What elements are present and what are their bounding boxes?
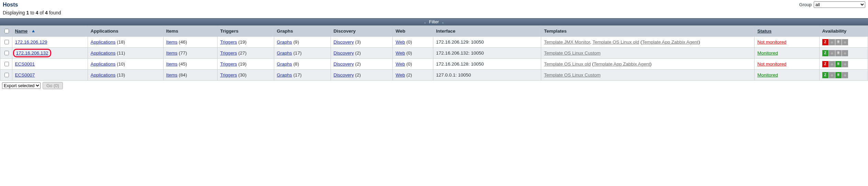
table-row: 172.16.206.132Applications (11)Items (77… [0, 48, 868, 59]
triggers-link[interactable]: Triggers [220, 61, 237, 67]
availability-jmx-icon: ⠿ [835, 61, 842, 67]
discovery-link[interactable]: Discovery [334, 72, 354, 78]
interface-cell: 127.0.0.1: 10050 [433, 70, 541, 81]
template-link[interactable]: Template OS Linux old [544, 61, 591, 67]
graphs-link-count: (9) [292, 39, 299, 45]
availability-snmp-icon: ܀ [829, 39, 835, 45]
graphs-link-count: (17) [292, 50, 302, 56]
availability-snmp-icon: ܀ [829, 72, 835, 78]
group-label: Group [799, 2, 812, 7]
items-link[interactable]: Items [166, 61, 178, 67]
triggers-link-count: (19) [237, 39, 247, 45]
col-interface: Interface [433, 26, 541, 37]
template-link[interactable]: Template JMX Monitor [544, 39, 590, 45]
status-link[interactable]: Monitored [757, 50, 778, 56]
table-row: 172.16.206.129Applications (18)Items (46… [0, 37, 868, 48]
select-all-checkbox[interactable] [4, 29, 9, 33]
web-link[interactable]: Web [396, 72, 405, 78]
go-button[interactable]: Go (0) [43, 82, 63, 89]
discovery-link[interactable]: Discovery [334, 50, 354, 56]
discovery-link-count: (3) [354, 39, 361, 45]
status-link[interactable]: Not monitored [757, 39, 787, 45]
col-web: Web [393, 26, 433, 37]
sort-dir-icon: ↓ [29, 29, 31, 33]
applications-link[interactable]: Applications [91, 39, 116, 45]
row-checkbox[interactable] [4, 40, 9, 44]
triggers-link-count: (27) [237, 50, 247, 56]
template-link[interactable]: Template App Zabbix Agent [593, 61, 650, 67]
web-link[interactable]: Web [396, 61, 405, 67]
discovery-link-count: (2) [354, 61, 361, 67]
applications-link[interactable]: Applications [91, 61, 116, 67]
graphs-link[interactable]: Graphs [277, 50, 292, 56]
row-checkbox[interactable] [4, 73, 9, 77]
applications-link-count: (10) [115, 61, 125, 67]
table-row: ECS0007Applications (13)Items (84)Trigge… [0, 70, 868, 81]
template-link[interactable]: Template OS Linux old [592, 39, 639, 45]
applications-link[interactable]: Applications [91, 50, 116, 56]
group-select[interactable]: all [814, 1, 865, 8]
availability-icons: Z܀⠿܀ [822, 50, 865, 56]
web-link-count: (2) [405, 72, 412, 78]
items-link-count: (46) [178, 39, 187, 45]
template-link[interactable]: Template OS Linux Custom [544, 72, 600, 78]
host-name-link[interactable]: 172.16.206.132 [16, 50, 48, 56]
filter-toggle[interactable]: ⌄ Filter ⌄ [0, 18, 868, 25]
applications-link[interactable]: Applications [91, 72, 116, 78]
graphs-link[interactable]: Graphs [277, 72, 292, 78]
applications-link-count: (11) [115, 50, 125, 56]
templates-cell: Template OS Linux old (Template App Zabb… [541, 59, 755, 70]
graphs-link[interactable]: Graphs [277, 61, 292, 67]
host-name-link[interactable]: 172.16.206.129 [15, 39, 47, 45]
page-title: Hosts [3, 2, 18, 8]
graphs-link-count: (8) [292, 61, 299, 67]
availability-zbx-icon: Z [822, 72, 828, 78]
col-templates: Templates [541, 26, 755, 37]
triggers-link[interactable]: Triggers [220, 72, 237, 78]
triggers-link-count: (30) [237, 72, 247, 78]
triggers-link[interactable]: Triggers [220, 39, 237, 45]
host-name-link[interactable]: ECS0007 [15, 72, 35, 78]
status-link[interactable]: Monitored [757, 72, 778, 78]
availability-jmx-icon: ⠿ [835, 39, 842, 45]
status-link[interactable]: Not monitored [757, 61, 787, 67]
template-link[interactable]: Template App Zabbix Agent [642, 39, 698, 45]
templates-cell: Template JMX Monitor, Template OS Linux … [541, 37, 755, 48]
discovery-link[interactable]: Discovery [334, 61, 354, 67]
web-link[interactable]: Web [396, 39, 405, 45]
chevron-down-icon: ⌄ [440, 21, 446, 24]
items-link-count: (84) [178, 72, 187, 78]
col-applications: Applications [88, 26, 163, 37]
interface-cell: 172.16.206.132: 10050 [433, 48, 541, 59]
availability-ipmi-icon: ܀ [842, 61, 848, 67]
graphs-link[interactable]: Graphs [277, 39, 292, 45]
table-row: ECS0001Applications (10)Items (45)Trigge… [0, 59, 868, 70]
items-link[interactable]: Items [166, 72, 178, 78]
col-status-sort[interactable]: Status [757, 28, 771, 34]
discovery-link[interactable]: Discovery [334, 39, 354, 45]
availability-icons: Z܀⠿܀ [822, 61, 865, 67]
graphs-link-count: (17) [292, 72, 302, 78]
items-link-count: (77) [178, 50, 187, 56]
web-link[interactable]: Web [396, 50, 405, 56]
bulk-action-select[interactable]: Export selected [2, 82, 41, 89]
host-name-link[interactable]: ECS0001 [15, 61, 35, 67]
col-name-sort[interactable]: Name [15, 28, 28, 34]
discovery-link-count: (2) [354, 72, 361, 78]
row-checkbox[interactable] [4, 62, 9, 66]
web-link-count: (0) [405, 39, 412, 45]
availability-icons: Z܀⠿܀ [822, 39, 865, 45]
availability-snmp-icon: ܀ [829, 50, 835, 56]
template-link[interactable]: Template OS Linux Custom [544, 50, 600, 56]
items-link[interactable]: Items [166, 39, 178, 45]
web-link-count: (0) [405, 50, 412, 56]
highlighted-host: 172.16.206.132 [13, 49, 52, 57]
availability-icons: Z܀⠿܀ [822, 72, 865, 78]
availability-jmx-icon: ⠿ [835, 50, 842, 56]
discovery-link-count: (2) [354, 50, 361, 56]
items-link[interactable]: Items [166, 50, 178, 56]
col-triggers: Triggers [217, 26, 274, 37]
availability-zbx-icon: Z [822, 61, 828, 67]
triggers-link[interactable]: Triggers [220, 50, 237, 56]
row-checkbox[interactable] [4, 51, 9, 55]
